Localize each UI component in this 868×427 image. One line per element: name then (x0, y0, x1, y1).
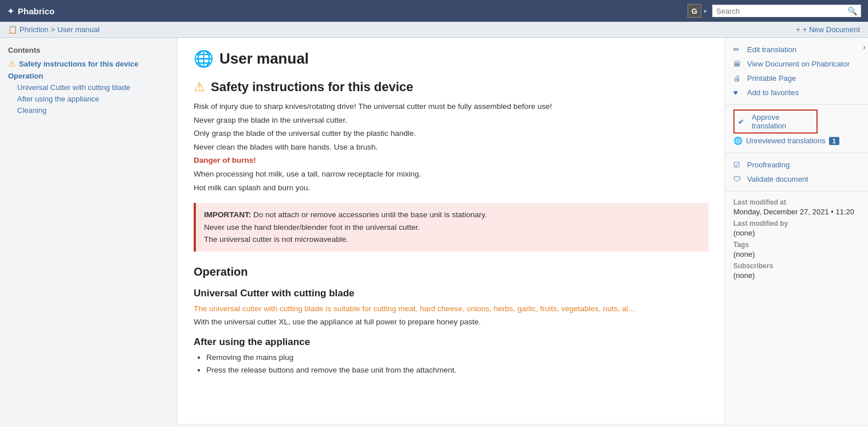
bullet-item-1: Removing the mains plug (206, 351, 709, 365)
user-avatar[interactable]: G (688, 4, 701, 18)
universal-cutter-text2: With the universal cutter XL, use the ap… (194, 318, 709, 326)
important-line2: Never use the hand blender/blender foot … (204, 221, 701, 234)
globe-icon: 🌐 (194, 49, 214, 68)
toc-sub-2: After using the appliance (8, 94, 169, 103)
unreviewed-badge: 1 (829, 137, 839, 145)
toc-sub-1: Universal Cutter with cutting blade (8, 83, 169, 92)
breadcrumb-bar: 📋 Phriction > User manual + + New Docume… (0, 22, 868, 38)
new-doc-plus-icon: + (796, 25, 800, 34)
shield-icon: 🛡 (733, 175, 743, 183)
after-using-heading: After using the appliance (194, 336, 709, 348)
view-document-link[interactable]: 🏛 View Document on Phabricator (733, 57, 860, 71)
safety-heading: Safety instructions for this device (211, 80, 413, 95)
last-modified-by-value: (none) (733, 229, 860, 237)
toc-sub-link-2[interactable]: After using the appliance (17, 95, 99, 103)
breadcrumb-sep: > (51, 25, 56, 34)
pencil-icon: ✏ (733, 45, 743, 54)
proofreading-label: Proofreading (747, 160, 790, 169)
collapse-arrow-icon[interactable]: › (863, 42, 866, 52)
universal-cutter-text1: The universal cutter with cutting blade … (194, 303, 709, 315)
rp-approve-section: ✔ Approve translation 🌐 Unreviewed trans… (725, 105, 868, 153)
app-title: Phabrico (18, 6, 54, 16)
rp-meta-section: Last modified at Monday, December 27, 20… (725, 191, 868, 288)
breadcrumb-icon: 📋 (8, 25, 17, 34)
new-doc-label: + New Document (803, 25, 860, 34)
add-favorites-label: Add to favorites (747, 88, 799, 97)
safety-p3: Only grasp the blade of the universal cu… (194, 127, 709, 140)
important-line1: IMPORTANT: Do not attach or remove acces… (204, 209, 701, 221)
toc-operation-label: Operation (8, 72, 169, 80)
important-box: IMPORTANT: Do not attach or remove acces… (194, 203, 709, 252)
toc-safety-item: ⚠ Safety instructions for this device (8, 59, 169, 68)
checkmark-icon: ✔ (738, 117, 747, 126)
view-document-label: View Document on Phabricator (747, 60, 850, 68)
important-line3: The universal cutter is not microwaveabl… (204, 233, 701, 246)
safety-p4: Never clean the blades with bare hands. … (194, 141, 709, 154)
heart-icon: ♥ (733, 88, 743, 97)
printable-page-label: Printable Page (747, 74, 796, 83)
toc-safety-link[interactable]: Safety instructions for this device (19, 60, 139, 68)
safety-p7: Hot milk can splash and burn you. (194, 182, 709, 194)
globe-small-icon: 🌐 (733, 136, 743, 145)
new-document-button[interactable]: + + New Document (796, 25, 860, 34)
breadcrumb: 📋 Phriction > User manual (8, 25, 100, 34)
edit-translation-label: Edit translation (747, 45, 796, 54)
breadcrumb-usermanual[interactable]: User manual (57, 25, 100, 34)
operation-heading: Operation (194, 265, 709, 279)
safety-warn-icon: ⚠ (194, 80, 205, 95)
safety-body: Risk of injury due to sharp knives/rotat… (194, 100, 709, 194)
breadcrumb-phriction[interactable]: Phriction (19, 25, 49, 34)
unreviewed-label: Unreviewed translations (746, 136, 826, 145)
after-using-list: Removing the mains plug Press the releas… (194, 351, 709, 378)
main-layout: Contents ⚠ Safety instructions for this … (0, 38, 868, 424)
page-title: User manual (219, 50, 309, 68)
toc-sub-link-3[interactable]: Cleaning (17, 106, 46, 115)
universal-cutter-heading: Universal Cutter with cutting blade (194, 288, 709, 299)
rp-actions-section: ✏ Edit translation 🏛 View Document on Ph… (725, 38, 868, 105)
tags-label: Tags (733, 241, 860, 249)
app-header: ✦ Phabrico G ▾ 🔍 (0, 0, 868, 22)
add-favorites-link[interactable]: ♥ Add to favorites (733, 85, 860, 100)
safety-p1: Risk of injury due to sharp knives/rotat… (194, 100, 709, 113)
unreviewed-translations-row[interactable]: 🌐 Unreviewed translations 1 (733, 134, 860, 148)
bullet-item-2: Press the release buttons and remove the… (206, 364, 709, 377)
content-area: 🌐 User manual ⚠ Safety instructions for … (178, 38, 725, 424)
printable-page-link[interactable]: 🖨 Printable Page (733, 71, 860, 85)
last-modified-by-label: Last modified by (733, 220, 860, 228)
contents-label: Contents (8, 46, 169, 54)
logo-area: ✦ Phabrico (7, 6, 54, 17)
toc-sub-3: Cleaning (8, 105, 169, 115)
important-text1: Do not attach or remove accessories unti… (253, 210, 487, 219)
warning-icon: ⚠ (8, 59, 15, 68)
last-modified-at-value: Monday, December 27, 2021 • 11:20 (733, 207, 860, 216)
search-bar: 🔍 (712, 5, 861, 17)
tags-value: (none) (733, 250, 860, 258)
edit-translation-link[interactable]: ✏ Edit translation (733, 42, 860, 57)
check-square-icon: ☑ (733, 160, 743, 169)
validate-document-link[interactable]: 🛡 Validate document (733, 172, 860, 186)
approve-translation-label: Approve translation (752, 113, 813, 130)
print-icon: 🖨 (733, 74, 743, 83)
approve-translation-link[interactable]: ✔ Approve translation (733, 109, 818, 134)
safety-danger-line: Danger of burns! (194, 154, 709, 167)
search-icon[interactable]: 🔍 (847, 6, 857, 15)
toc-sub-link-1[interactable]: Universal Cutter with cutting blade (17, 83, 130, 92)
proofreading-link[interactable]: ☑ Proofreading (733, 158, 860, 172)
search-input[interactable] (716, 7, 844, 15)
subscribers-value: (none) (733, 271, 860, 280)
sidebar: Contents ⚠ Safety instructions for this … (0, 38, 178, 424)
safety-p2: Never grasp the blade in the universal c… (194, 114, 709, 127)
rp-tools-section: ☑ Proofreading 🛡 Validate document (725, 153, 868, 191)
important-label: IMPORTANT: (204, 210, 251, 219)
subscribers-label: Subscribers (733, 262, 860, 270)
page-title-row: 🌐 User manual (194, 49, 709, 68)
right-panel: › ✏ Edit translation 🏛 View Document on … (725, 38, 868, 424)
last-modified-at-label: Last modified at (733, 198, 860, 206)
safety-p6: When processing hot milk, use a tall, na… (194, 168, 709, 181)
building-icon: 🏛 (733, 60, 743, 68)
menu-icon[interactable]: ✦ (7, 6, 14, 17)
avatar-dropdown-icon[interactable]: ▾ (704, 8, 706, 14)
safety-section-heading: ⚠ Safety instructions for this device (194, 80, 709, 95)
validate-label: Validate document (747, 175, 808, 183)
